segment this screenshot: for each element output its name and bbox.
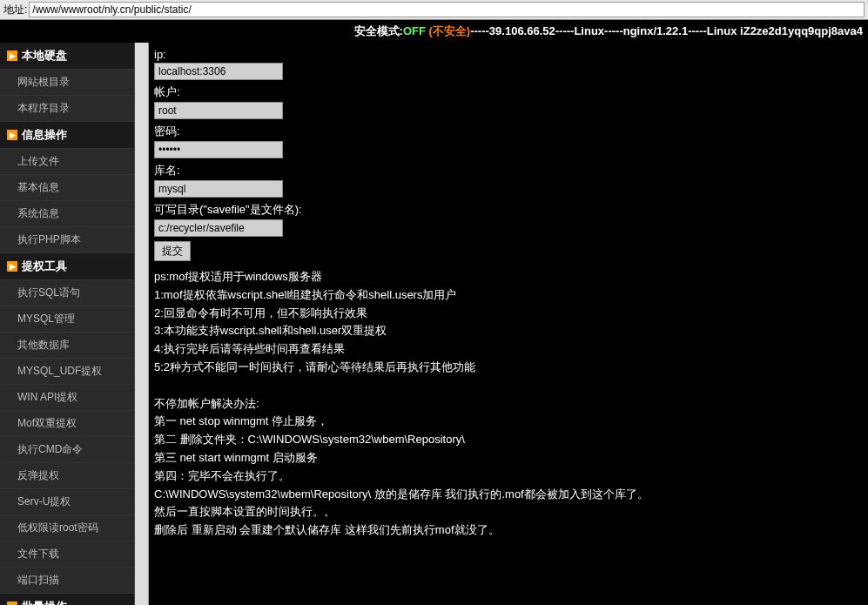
nav-win-api[interactable]: WIN API提权 <box>0 385 134 411</box>
section-title: 提权工具 <box>22 259 67 274</box>
status-mode-label: 安全模式: <box>354 24 403 37</box>
nav-upload[interactable]: 上传文件 <box>0 149 134 175</box>
nav-rebound[interactable]: 反弹提权 <box>0 463 134 489</box>
arrow-icon: ▶ <box>7 50 17 61</box>
section-local-disk[interactable]: ▶ 本地硬盘 <box>0 43 134 70</box>
nav-port-scan[interactable]: 端口扫描 <box>0 568 134 594</box>
ip-input[interactable] <box>154 63 283 80</box>
arrow-icon: ▶ <box>7 261 17 272</box>
status-sep2: ----- <box>555 24 575 37</box>
status-host: Linux iZ2ze2d1yqq9qpj8ava4 <box>707 24 863 37</box>
section-title: 本地硬盘 <box>22 48 67 64</box>
nav-other-db[interactable]: 其他数据库 <box>0 333 134 359</box>
db-label: 库名: <box>154 161 863 180</box>
dir-label: 可写目录("savefile"是文件名): <box>154 200 863 219</box>
status-os: Linux <box>574 24 604 37</box>
info-text: ps:mof提权适用于windows服务器 1:mof提权依靠wscript.s… <box>154 268 863 540</box>
dir-input[interactable] <box>154 219 283 237</box>
section-batch[interactable]: ▶ 批量操作 <box>0 594 134 605</box>
sidebar: ▶ 本地硬盘 网站根目录 本程序目录 ▶ 信息操作 上传文件 基本信息 系统信息… <box>0 43 135 605</box>
section-info-ops[interactable]: ▶ 信息操作 <box>0 122 134 149</box>
content-panel: ip: 帐户: 密码: 库名: 可写目录("savefile"是文件名): 提交… <box>149 43 868 605</box>
submit-button[interactable]: 提交 <box>154 241 191 261</box>
nav-sys-info[interactable]: 系统信息 <box>0 201 134 227</box>
nav-root-pass[interactable]: 低权限读root密码 <box>0 515 134 541</box>
status-sep1: ----- <box>470 24 489 37</box>
nav-web-root[interactable]: 网站根目录 <box>0 70 134 96</box>
section-title: 信息操作 <box>22 127 67 143</box>
db-input[interactable] <box>154 180 283 198</box>
user-label: 帐户: <box>154 83 863 102</box>
nav-download[interactable]: 文件下载 <box>0 541 134 568</box>
pass-input[interactable] <box>154 141 283 158</box>
section-title: 批量操作 <box>22 599 67 605</box>
user-input[interactable] <box>154 102 283 119</box>
nav-basic-info[interactable]: 基本信息 <box>0 175 134 201</box>
ip-label: ip: <box>154 46 863 63</box>
nav-sql-exec[interactable]: 执行SQL语句 <box>0 280 134 306</box>
nav-php-exec[interactable]: 执行PHP脚本 <box>0 227 134 253</box>
status-server: nginx/1.22.1 <box>623 24 688 37</box>
nav-servu[interactable]: Serv-U提权 <box>0 489 134 515</box>
address-input[interactable] <box>29 2 865 17</box>
status-sep3: ----- <box>604 24 623 37</box>
status-bar: 安全模式:OFF (不安全)-----39.106.66.52-----Linu… <box>0 20 868 43</box>
address-bar: 地址: <box>0 0 868 20</box>
status-mode-value: OFF <box>403 24 426 37</box>
nav-program-dir[interactable]: 本程序目录 <box>0 96 134 122</box>
section-privesc[interactable]: ▶ 提权工具 <box>0 253 134 280</box>
status-sep4: ----- <box>688 24 707 37</box>
address-label: 地址: <box>3 3 27 17</box>
arrow-icon: ▶ <box>7 130 17 140</box>
pass-label: 密码: <box>154 122 863 141</box>
nav-mof[interactable]: Mof双重提权 <box>0 411 134 437</box>
arrow-icon: ▶ <box>7 602 17 605</box>
nav-cmd-exec[interactable]: 执行CMD命令 <box>0 437 134 463</box>
nav-mysql-mgmt[interactable]: MYSQL管理 <box>0 306 134 333</box>
scrollbar-strip[interactable] <box>135 43 149 605</box>
status-unsafe: (不安全) <box>429 24 471 37</box>
status-ip: 39.106.66.52 <box>489 24 555 37</box>
nav-mysql-udf[interactable]: MYSQL_UDF提权 <box>0 359 134 385</box>
